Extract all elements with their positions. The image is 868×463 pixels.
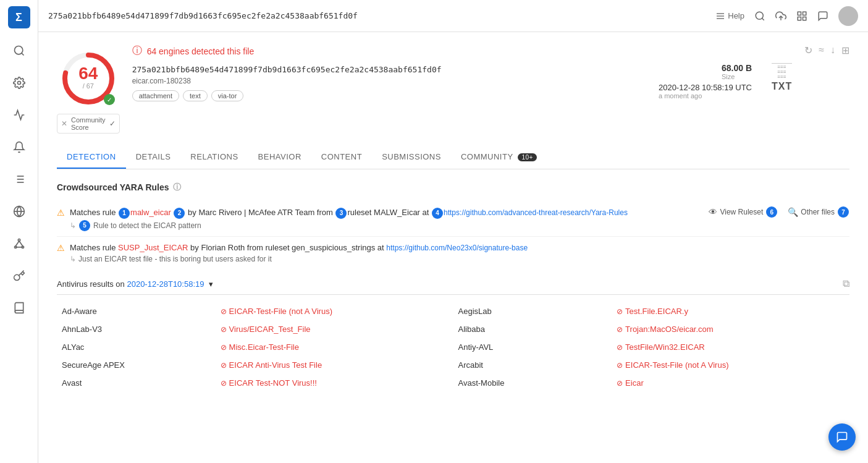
qr-icon[interactable]: ⊞ [841, 45, 849, 56]
score-total: / 67 [78, 82, 98, 90]
file-hash-topbar: 275a021bbfb6489e54d471899f7db9d1663fc695… [48, 11, 708, 20]
table-row: SecureAge APEX ⊘EICAR Anti-Virus Test Fi… [57, 356, 849, 374]
sidebar-item-book[interactable] [9, 298, 29, 318]
svg-point-0 [14, 46, 22, 54]
community-score-check[interactable]: ✓ [109, 119, 116, 128]
yara-rule-2-url[interactable]: https://github.com/Neo23x0/signature-bas… [386, 244, 528, 252]
engine-name2: AegisLab [453, 302, 612, 320]
av-result: ⊘Misc.Eicar-Test-File [221, 342, 449, 352]
engine-name: AhnLab-V3 [57, 320, 216, 338]
av-section: Antivirus results on 2020-12-28T10:58:19… [57, 278, 849, 392]
engine-name2: Antiy-AVL [453, 338, 612, 356]
engine-name2: Arcabit [453, 356, 612, 374]
av-result2: ⊘Test.File.EICAR.y [617, 307, 845, 316]
file-type-label: TXT [772, 81, 792, 92]
app-logo[interactable]: Σ [8, 6, 30, 28]
tab-relations[interactable]: RELATIONS [180, 146, 248, 169]
header-actions: ↻ ≈ ↓ ⊞ [804, 45, 849, 56]
tab-behavior[interactable]: BEHAVIOR [248, 146, 311, 169]
alert-text: 64 engines detected this file [147, 46, 255, 56]
sidebar-item-key[interactable] [9, 266, 29, 286]
yara-rule-1-desc: 5 Rule to detect the EICAR pattern [70, 220, 704, 231]
score-check-icon: ✓ [104, 94, 115, 105]
main-content: 64 / 67 ✓ ✕ CommunityScore ✓ ⓘ [38, 32, 868, 463]
av-result: ⊘EICAR-Test-File (not A Virus) [221, 307, 449, 316]
warning-icon-1: ⚠ [57, 208, 65, 218]
result-icon: ⊘ [221, 343, 227, 352]
yara-rule-2-link[interactable]: SUSP_Just_EICAR [118, 243, 188, 252]
topbar-actions: Help [715, 6, 858, 26]
refresh-icon[interactable]: ↻ [804, 45, 812, 56]
svg-rect-23 [798, 12, 801, 15]
yara-rule-1-actions: 👁 View Ruleset 6 🔍 Other files 7 [709, 206, 849, 218]
upload-icon[interactable] [775, 11, 786, 22]
sidebar-item-bell[interactable] [9, 137, 29, 157]
tag-attachment[interactable]: attachment [132, 90, 179, 101]
sidebar-item-search[interactable] [9, 41, 29, 61]
av-result2: ⊘TestFile/Win32.EICAR [617, 342, 845, 352]
sidebar-item-graph[interactable] [9, 105, 29, 125]
other-files-button[interactable]: 🔍 Other files 7 [788, 206, 849, 218]
search-icon[interactable] [754, 11, 765, 22]
av-date[interactable]: 2020-12-28T10:58:19 [127, 279, 204, 289]
tab-community[interactable]: COMMUNITY 10+ [451, 146, 547, 169]
score-circle: 64 / 67 ✓ [61, 51, 116, 106]
result-icon: ⊘ [221, 379, 227, 388]
download-icon[interactable]: ↓ [830, 45, 835, 56]
user-avatar[interactable] [838, 6, 858, 26]
topbar: 275a021bbfb6489e54d471899f7db9d1663fc695… [38, 0, 868, 32]
tab-detection[interactable]: DETECTION [57, 146, 126, 169]
result-icon2: ⊘ [617, 361, 623, 370]
result-icon: ⊘ [221, 307, 227, 316]
yara-section-title: Crowdsourced YARA Rules ⓘ [57, 182, 849, 193]
tag-via-tor[interactable]: via-tor [211, 90, 244, 101]
yara-info-icon[interactable]: ⓘ [173, 182, 181, 193]
svg-point-2 [17, 82, 20, 85]
tab-submissions[interactable]: SUBMISSIONS [372, 146, 451, 169]
av-date-chevron[interactable]: ▾ [209, 279, 213, 289]
yara-rule-2-text: Matches rule SUSP_Just_EICAR by Florian … [70, 242, 849, 254]
yara-rule-1-link[interactable]: malw_eicar [130, 208, 171, 217]
chat-button[interactable] [828, 423, 856, 451]
step-3: 3 [335, 208, 347, 219]
sidebar-item-globe[interactable] [9, 202, 29, 221]
engine-name: Ad-Aware [57, 302, 216, 320]
equalizer-icon[interactable]: ≈ [819, 45, 824, 56]
tab-content[interactable]: CONTENT [311, 146, 372, 169]
grid-icon[interactable] [796, 11, 807, 22]
table-row: ALYac ⊘Misc.Eicar-Test-File Antiy-AVL ⊘T… [57, 338, 849, 356]
file-date-ago: a moment ago [659, 92, 752, 100]
sidebar-item-network[interactable] [9, 234, 29, 253]
av-results-table: Ad-Aware ⊘EICAR-Test-File (not A Virus) … [57, 302, 849, 392]
yara-rule-1-text: Matches rule 1malw_eicar 2 by Marc River… [70, 206, 704, 219]
yara-rule-1-url[interactable]: https://github.com/advanced-threat-resea… [444, 208, 628, 217]
av-title: Antivirus results on 2020-12-28T10:58:19… [57, 279, 213, 289]
file-tags: attachment text via-tor [132, 90, 646, 101]
av-result: ⊘EICAR Anti-Virus Test File [221, 360, 449, 370]
step-7: 7 [838, 206, 849, 218]
tag-text[interactable]: text [183, 90, 208, 101]
sidebar-item-settings[interactable] [9, 73, 29, 93]
community-score-x[interactable]: ✕ [61, 119, 67, 128]
av-result2: ⊘Trojan:MacOS/eicar.com [617, 325, 845, 334]
copy-button[interactable]: ⧉ [843, 278, 849, 289]
yara-rule-2: ⚠ Matches rule SUSP_Just_EICAR by Floria… [57, 237, 849, 269]
file-size: 68.00 B [722, 63, 752, 73]
step-4: 4 [432, 208, 443, 219]
yara-rule-2-content: Matches rule SUSP_Just_EICAR by Florian … [70, 242, 849, 264]
svg-rect-25 [798, 17, 801, 20]
help-button[interactable]: Help [715, 11, 744, 21]
tab-details[interactable]: DETAILS [126, 146, 181, 169]
svg-rect-26 [803, 17, 806, 20]
step-2: 2 [174, 208, 185, 219]
message-icon[interactable] [817, 11, 828, 22]
av-result: ⊘Virus/EICAR_Test_File [221, 325, 449, 334]
av-result2: ⊘EICAR-Test-File (not A Virus) [617, 360, 845, 370]
engine-name: ALYac [57, 338, 216, 356]
view-ruleset-button[interactable]: 👁 View Ruleset 6 [709, 206, 778, 218]
file-hash-display: 275a021bbfb6489e54d471899f7db9d1663fc695… [132, 65, 646, 74]
sidebar-item-list[interactable] [9, 169, 29, 189]
sidebar: Σ [0, 0, 38, 463]
table-row: Avast ⊘EICAR Test-NOT Virus!!! Avast-Mob… [57, 374, 849, 392]
alert-icon: ⓘ [132, 45, 142, 57]
